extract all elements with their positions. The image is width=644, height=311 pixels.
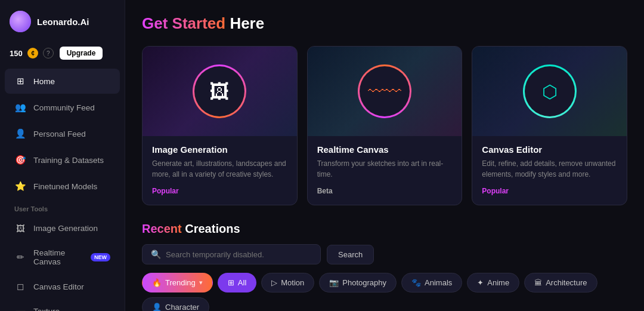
chip-architecture[interactable]: 🏛 Architecture bbox=[524, 273, 597, 292]
page-title-suffix: Here bbox=[225, 14, 264, 32]
sidebar-item-training-datasets[interactable]: 🎯 Training & Datasets bbox=[5, 147, 120, 173]
chip-photography[interactable]: 📷 Photography bbox=[319, 273, 397, 292]
card-icon-ring: 🖼 bbox=[193, 64, 246, 118]
canvas-icon: ◻ bbox=[14, 281, 26, 292]
credits-help-icon: ? bbox=[43, 48, 54, 58]
filter-chips: 🔥 Trending ▾ ⊞ All ▷ Motion 📷 Photograph… bbox=[142, 273, 627, 311]
sidebar-item-community-feed[interactable]: 👥 Community Feed bbox=[5, 95, 120, 120]
chip-label: Trending bbox=[165, 278, 196, 287]
sidebar-item-label: Personal Feed bbox=[33, 130, 86, 138]
sidebar-item-canvas-editor[interactable]: ◻ Canvas Editor bbox=[5, 274, 120, 299]
sidebar-item-label: Finetuned Models bbox=[33, 182, 97, 191]
card-image: 🖼 bbox=[143, 47, 297, 136]
card-bg: 🖼 bbox=[143, 47, 297, 136]
search-input-wrap[interactable]: 🔍 bbox=[142, 244, 321, 264]
chip-character[interactable]: 👤 Character bbox=[142, 297, 209, 311]
trending-icon: 🔥 bbox=[152, 278, 162, 287]
page-title: Get Started Here bbox=[142, 14, 627, 33]
recent-highlight: Recent bbox=[142, 222, 182, 235]
card-bg: 〰〰 bbox=[308, 47, 462, 136]
animals-icon: 🐾 bbox=[411, 278, 421, 287]
sidebar-item-label: Canvas Editor bbox=[33, 282, 84, 291]
sidebar-item-label: Image Generation bbox=[33, 224, 98, 233]
image-gen-icon: 🖼 bbox=[14, 222, 26, 234]
sidebar: Leonardo.Ai 150 ₵ ? Upgrade ⊞ Home 👥 Com… bbox=[0, 0, 125, 311]
sidebar-item-label: Community Feed bbox=[33, 103, 95, 112]
card-description: Generate art, illustrations, landscapes … bbox=[152, 158, 287, 180]
card-tag: Popular bbox=[482, 187, 617, 195]
realtime-icon: ✏ bbox=[14, 251, 26, 263]
page-title-highlight: Get Started bbox=[142, 14, 225, 32]
sidebar-item-texture-generation[interactable]: 🔲 Texture Generation ALPHA bbox=[5, 300, 120, 311]
training-icon: 🎯 bbox=[14, 154, 26, 166]
card-title: Realtime Canvas bbox=[317, 144, 453, 155]
card-body: Realtime Canvas Transform your sketches … bbox=[308, 136, 462, 205]
feature-card-canvas-editor[interactable]: ⬡ Canvas Editor Edit, refine, add detail… bbox=[472, 46, 627, 205]
photography-icon: 📷 bbox=[329, 278, 339, 287]
card-icon-ring: 〰〰 bbox=[358, 64, 411, 118]
chip-all[interactable]: ⊞ All bbox=[218, 273, 256, 292]
sidebar-item-image-generation[interactable]: 🖼 Image Generation bbox=[5, 215, 120, 241]
search-button[interactable]: Search bbox=[327, 245, 374, 264]
architecture-icon: 🏛 bbox=[534, 278, 542, 287]
chip-label: Architecture bbox=[546, 278, 587, 287]
card-image: 〰〰 bbox=[308, 47, 462, 136]
models-icon: ⭐ bbox=[14, 180, 26, 192]
home-icon: ⊞ bbox=[14, 75, 26, 87]
chip-motion[interactable]: ▷ Motion bbox=[261, 273, 314, 292]
credits-count: 150 bbox=[10, 49, 23, 58]
sidebar-item-realtime-canvas[interactable]: ✏ Realtime Canvas New bbox=[5, 242, 120, 273]
sidebar-item-label: Training & Datasets bbox=[33, 156, 104, 165]
main-content: Get Started Here 🖼 Image Generation Gene… bbox=[125, 0, 644, 311]
motion-icon: ▷ bbox=[271, 278, 277, 287]
search-bar: 🔍 Search bbox=[142, 244, 627, 264]
upgrade-button[interactable]: Upgrade bbox=[60, 47, 103, 60]
character-icon: 👤 bbox=[152, 303, 162, 311]
chip-animals[interactable]: 🐾 Animals bbox=[401, 273, 462, 292]
chip-label: Photography bbox=[342, 278, 386, 287]
sidebar-item-label: Texture Generation bbox=[33, 307, 76, 311]
chevron-down-icon: ▾ bbox=[199, 279, 203, 287]
app-name: Leonardo.Ai bbox=[37, 17, 89, 27]
chip-label: Character bbox=[165, 303, 199, 311]
sidebar-item-personal-feed[interactable]: 👤 Personal Feed bbox=[5, 121, 120, 146]
chip-label: Anime bbox=[487, 278, 509, 287]
sidebar-item-home[interactable]: ⊞ Home bbox=[5, 69, 120, 94]
card-image: ⬡ bbox=[472, 47, 627, 136]
card-tag: Popular bbox=[152, 187, 287, 195]
chip-label: Motion bbox=[281, 278, 304, 287]
sidebar-nav: ⊞ Home 👥 Community Feed 👤 Personal Feed … bbox=[0, 68, 125, 311]
new-badge: New bbox=[91, 253, 110, 261]
community-icon: 👥 bbox=[14, 101, 26, 113]
card-tag: Beta bbox=[317, 187, 453, 195]
search-input[interactable] bbox=[166, 250, 312, 259]
all-icon: ⊞ bbox=[228, 278, 234, 287]
recent-creations-title: Recent Creations bbox=[142, 222, 627, 236]
chip-anime[interactable]: ✦ Anime bbox=[467, 273, 519, 292]
credits-coin-icon: ₵ bbox=[27, 48, 38, 58]
recent-suffix: Creations bbox=[182, 222, 240, 235]
card-icon: 🖼 bbox=[194, 66, 244, 116]
chip-label: Animals bbox=[425, 278, 452, 287]
sidebar-item-label: Home bbox=[33, 77, 55, 86]
card-body: Image Generation Generate art, illustrat… bbox=[143, 136, 297, 205]
card-icon: ⬡ bbox=[525, 66, 575, 116]
feature-cards: 🖼 Image Generation Generate art, illustr… bbox=[142, 46, 627, 205]
card-bg: ⬡ bbox=[472, 47, 627, 136]
card-icon-ring: ⬡ bbox=[523, 64, 577, 118]
card-title: Canvas Editor bbox=[482, 144, 617, 155]
feature-card-image-generation[interactable]: 🖼 Image Generation Generate art, illustr… bbox=[142, 46, 298, 205]
feature-card-realtime-canvas[interactable]: 〰〰 Realtime Canvas Transform your sketch… bbox=[307, 46, 463, 205]
card-icon: 〰〰 bbox=[360, 66, 410, 116]
chip-label: All bbox=[238, 278, 246, 287]
avatar bbox=[10, 11, 31, 32]
anime-icon: ✦ bbox=[477, 278, 484, 287]
sidebar-item-finetuned-models[interactable]: ⭐ Finetuned Models bbox=[5, 174, 120, 199]
user-tools-label: User Tools bbox=[0, 199, 125, 215]
chip-trending[interactable]: 🔥 Trending ▾ bbox=[142, 273, 213, 292]
personal-icon: 👤 bbox=[14, 128, 26, 140]
card-description: Transform your sketches into art in real… bbox=[317, 158, 453, 180]
card-title: Image Generation bbox=[152, 144, 287, 155]
sidebar-logo: Leonardo.Ai bbox=[0, 0, 125, 43]
card-description: Edit, refine, add details, remove unwant… bbox=[482, 158, 617, 180]
